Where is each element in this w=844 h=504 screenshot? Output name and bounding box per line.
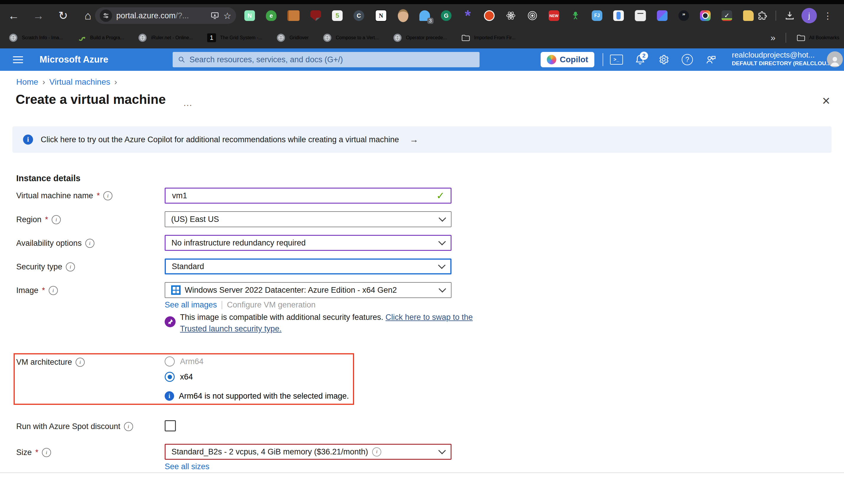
bookmark-item[interactable]: 1 The Grid System -... (207, 33, 262, 42)
ext-evernote-icon[interactable]: e (266, 10, 276, 21)
ext-fontjoy-icon[interactable]: FJ (592, 10, 602, 21)
bookmark-item[interactable]: iRuler.net - Online... (138, 33, 193, 42)
ext-notion-clip-icon[interactable]: N (244, 10, 255, 21)
reload-icon[interactable]: ↻ (57, 9, 70, 22)
ext-avatar-face-icon[interactable] (398, 9, 409, 22)
bookmark-star-icon[interactable]: ☆ (223, 11, 231, 21)
see-all-sizes-link[interactable]: See all sizes (165, 462, 210, 471)
url-text[interactable]: portal.azure.com/?... (116, 11, 206, 20)
site-settings-icon[interactable] (100, 10, 112, 22)
availability-dropdown[interactable]: No infrastructure redundancy required (165, 235, 451, 251)
ext-ublock-icon[interactable]: 11 (310, 10, 321, 21)
see-all-images-link[interactable]: See all images (165, 300, 217, 309)
info-icon[interactable]: i (52, 215, 61, 224)
security-type-label: Security type (16, 262, 62, 271)
portal-menu-icon[interactable] (9, 48, 26, 71)
bookmark-item[interactable]: Compose to a Vert... (323, 33, 379, 42)
x64-radio-row: x64 (165, 372, 193, 382)
cloud-shell-icon[interactable]: >_ (610, 53, 623, 66)
ext-seo-list-icon[interactable]: 5 (332, 10, 343, 21)
extensions-puzzle-icon[interactable] (757, 11, 767, 21)
browser-profile-avatar[interactable]: j (802, 8, 817, 23)
address-bar[interactable]: portal.azure.com/?... ☆ (95, 7, 236, 24)
bookmark-item[interactable]: Scratch Info - Ima... (9, 33, 63, 42)
settings-gear-icon[interactable] (657, 53, 670, 66)
info-icon[interactable]: i (66, 262, 75, 271)
ext-asterisk-icon[interactable]: * (463, 10, 473, 21)
back-icon[interactable]: ← (7, 10, 20, 22)
security-type-dropdown[interactable]: Standard (165, 258, 451, 274)
chevron-down-icon (438, 214, 446, 222)
region-dropdown[interactable]: (US) East US (165, 211, 451, 227)
breadcrumb-home[interactable]: Home (16, 77, 38, 87)
notifications-bell-icon[interactable]: 2 (633, 53, 647, 66)
ext-journal-icon[interactable] (287, 10, 300, 21)
info-icon[interactable]: i (49, 286, 58, 295)
ext-sticky-folder-icon[interactable] (743, 10, 754, 21)
x64-radio[interactable] (165, 372, 175, 382)
vm-architecture-label-row: VM architecture i (16, 358, 85, 367)
home-icon[interactable]: ⌂ (82, 10, 94, 22)
info-icon[interactable]: i (103, 191, 112, 200)
ext-new-badge-icon[interactable]: NEW (549, 10, 559, 21)
info-icon[interactable]: i (75, 358, 85, 367)
ext-clockify-icon[interactable]: C (354, 10, 364, 21)
ext-quote-icon[interactable]: ” (679, 10, 689, 21)
send-to-device-icon[interactable] (211, 11, 219, 20)
ext-notion-icon[interactable]: N (375, 10, 387, 21)
bookmarks-overflow-icon[interactable]: » (771, 33, 775, 43)
size-dropdown[interactable]: Standard_B2s - 2 vcpus, 4 GiB memory ($3… (165, 444, 451, 460)
vm-name-input[interactable] (172, 191, 432, 201)
ext-react-icon[interactable] (505, 10, 516, 21)
ext-checker-icon[interactable]: ✓ (721, 10, 732, 21)
forward-icon[interactable]: → (32, 10, 45, 22)
info-icon[interactable]: i (124, 422, 133, 431)
close-icon[interactable]: × (822, 94, 830, 107)
copilot-button[interactable]: Copilot (541, 52, 594, 67)
help-icon[interactable]: ? (681, 53, 694, 66)
account-avatar[interactable] (827, 51, 843, 67)
bookmark-label: iRuler.net - Online... (151, 35, 193, 40)
ext-grammarly-icon[interactable]: G (441, 10, 451, 21)
image-dropdown[interactable]: Windows Server 2022 Datacenter: Azure Ed… (165, 282, 451, 298)
ext-camera-ring-icon[interactable] (700, 10, 711, 21)
global-search[interactable] (173, 52, 480, 67)
account-info[interactable]: realcloudprojects@hot... DEFAULT DIRECTO… (732, 50, 831, 67)
bookmark-item[interactable]: Imported From Fir... (461, 33, 515, 42)
bookmark-label: Operator precede... (406, 35, 447, 40)
title-more-icon[interactable]: … (183, 97, 193, 108)
search-input[interactable] (189, 55, 474, 65)
image-label: Image (16, 286, 38, 295)
ext-color-squares-icon[interactable] (657, 10, 667, 21)
bookmarks-list: Scratch Info - Ima... Build a Progra... … (9, 27, 516, 48)
ext-console-paper-icon[interactable] (635, 10, 646, 21)
ext-mantis-icon[interactable] (570, 10, 581, 21)
downloads-icon[interactable] (784, 10, 795, 21)
breadcrumb-virtual-machines[interactable]: Virtual machines (49, 77, 110, 87)
ext-ghost-icon[interactable]: 3 (419, 10, 430, 21)
ext-duckduckgo-icon[interactable] (484, 10, 495, 21)
chevron-down-icon (438, 238, 446, 245)
vm-name-field[interactable]: ✓ (165, 188, 451, 204)
ext-target-icon[interactable] (527, 10, 538, 21)
info-icon[interactable]: i (372, 447, 381, 456)
info-icon[interactable]: i (85, 239, 94, 248)
grid-system-icon: 1 (207, 33, 216, 42)
info-icon[interactable]: i (42, 448, 51, 457)
azure-brand[interactable]: Microsoft Azure (39, 48, 108, 71)
spot-discount-label: Run with Azure Spot discount (16, 422, 121, 431)
all-bookmarks-button[interactable]: All Bookmarks (796, 33, 839, 42)
bookmark-item[interactable]: Operator precede... (393, 33, 447, 42)
chevron-right-icon: › (114, 77, 117, 87)
spot-discount-checkbox[interactable] (165, 420, 176, 431)
configure-vm-generation-link[interactable]: Configure VM generation (227, 300, 316, 309)
ext-phone-icon[interactable] (613, 10, 624, 21)
bookmark-item[interactable]: Gridlover (276, 33, 309, 42)
copilot-banner[interactable]: i Click here to try out the Azure Copilo… (12, 126, 832, 153)
feedback-icon[interactable] (704, 53, 718, 66)
valid-check-icon: ✓ (436, 190, 445, 201)
bookmark-item[interactable]: Build a Progra... (77, 33, 124, 42)
browser-menu-icon[interactable]: ⋮ (823, 15, 829, 17)
arm64-radio[interactable] (165, 357, 175, 366)
image-links-row: See all images Configure VM generation (165, 300, 316, 309)
